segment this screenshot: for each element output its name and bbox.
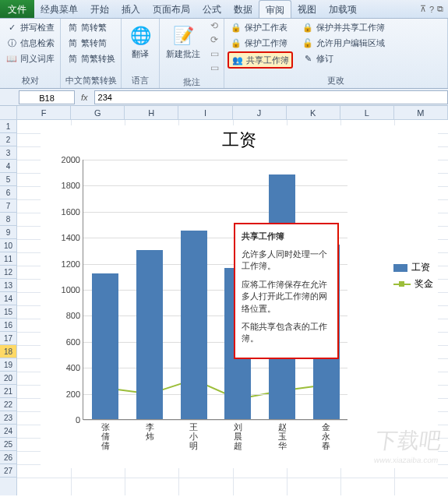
trad-to-simp-icon: 简: [66, 37, 79, 49]
ribbon: ✓拼写检查ⓘ信息检索📖同义词库 校对 简简转繁简繁转简简简繁转换 中文简繁转换 …: [0, 19, 448, 89]
col-header[interactable]: K: [287, 106, 340, 119]
grid[interactable]: FGHIJKLM 工资 0200400600800100012001400160…: [17, 106, 448, 495]
row-header[interactable]: 18: [0, 345, 16, 358]
bar[interactable]: [181, 231, 207, 419]
row-header[interactable]: 2: [0, 133, 16, 146]
spellcheck-button[interactable]: ✓拼写检查: [3, 20, 57, 34]
col-header[interactable]: L: [340, 106, 394, 119]
button-label: 保护工作表: [245, 22, 287, 33]
track-changes-button[interactable]: ✎修订: [299, 51, 387, 65]
row-header[interactable]: 15: [0, 305, 16, 319]
tab-数据[interactable]: 数据: [228, 0, 259, 18]
name-box[interactable]: B18: [19, 90, 75, 104]
protect-workbook-button[interactable]: 🔒保护工作簿: [228, 36, 293, 50]
row-header[interactable]: 20: [0, 372, 16, 385]
tab-视图[interactable]: 视图: [291, 0, 323, 18]
research-button[interactable]: ⓘ信息检索: [3, 36, 57, 50]
qat-minimize-icon[interactable]: ⊼: [420, 4, 426, 14]
row-header[interactable]: 23: [0, 411, 16, 425]
thesaurus-button[interactable]: 📖同义词库: [3, 51, 57, 65]
row-header[interactable]: 25: [0, 438, 16, 451]
bar[interactable]: [136, 250, 163, 419]
legend-item-line[interactable]: 奖金: [393, 277, 433, 291]
tooltip-text: 允许多人同时处理一个工作簿。: [242, 248, 331, 273]
chart-title[interactable]: 工资: [41, 125, 438, 157]
row-header[interactable]: 1: [0, 120, 16, 133]
comment-nav-icon[interactable]: ▭: [208, 62, 220, 75]
group-language: 🌐 翻译 语言: [122, 19, 160, 88]
formula-input[interactable]: [94, 90, 448, 104]
row-header[interactable]: 26: [0, 451, 16, 464]
row-header[interactable]: 19: [0, 358, 16, 372]
y-tick: 200: [66, 389, 83, 399]
row-header[interactable]: 3: [0, 146, 16, 160]
row-header[interactable]: 24: [0, 425, 16, 438]
protect-share-button[interactable]: 🔒保护并共享工作簿: [299, 20, 387, 34]
share-workbook-button[interactable]: 👥共享工作簿: [228, 51, 293, 69]
group-comments: 📝 新建批注 ⟲⟳▭▭ 批注: [160, 19, 224, 88]
allow-edit-ranges-button[interactable]: 🔓允许用户编辑区域: [299, 36, 387, 50]
share-workbook-tooltip: 共享工作簿 允许多人同时处理一个工作簿。 应将工作簿保存在允许多人打开此工作簿的…: [234, 223, 339, 359]
tab-公式[interactable]: 公式: [196, 0, 228, 18]
tab-加载项[interactable]: 加载项: [323, 0, 363, 18]
col-header[interactable]: G: [71, 106, 125, 119]
trad-to-simp-button[interactable]: 简繁转简: [64, 36, 118, 50]
col-header[interactable]: J: [233, 106, 287, 119]
fx-label[interactable]: fx: [81, 93, 88, 102]
tab-页面布局[interactable]: 页面布局: [146, 0, 196, 18]
row-header[interactable]: 22: [0, 398, 16, 411]
qat: ⊼ ? ⧉: [420, 0, 448, 18]
qat-help-icon[interactable]: ?: [429, 5, 434, 14]
legend[interactable]: 工资 奖金: [393, 258, 433, 294]
col-header[interactable]: I: [178, 106, 232, 119]
tab-经典菜单[interactable]: 经典菜单: [34, 0, 84, 18]
row-header[interactable]: 13: [0, 279, 16, 292]
tab-审阅[interactable]: 审阅: [259, 0, 291, 18]
row-header[interactable]: 5: [0, 173, 16, 186]
tab-插入[interactable]: 插入: [115, 0, 146, 18]
col-header[interactable]: H: [125, 106, 178, 119]
row-header[interactable]: 7: [0, 199, 16, 213]
simp-to-trad-button[interactable]: 简简转繁: [64, 20, 118, 34]
col-header[interactable]: M: [394, 106, 448, 119]
row-header[interactable]: 16: [0, 319, 16, 332]
button-label: 繁转简: [81, 37, 107, 49]
row-header[interactable]: 12: [0, 266, 16, 279]
y-tick: 1000: [62, 285, 83, 294]
legend-label: 奖金: [414, 277, 433, 291]
button-label: 简繁转换: [81, 53, 115, 65]
sc-tc-convert-icon: 简: [66, 52, 79, 65]
row-header[interactable]: 10: [0, 239, 16, 252]
row-header[interactable]: 17: [0, 332, 16, 345]
translate-button[interactable]: 🌐 翻译: [125, 20, 156, 63]
tab-file[interactable]: 文件: [0, 0, 34, 18]
col-header[interactable]: F: [17, 106, 71, 119]
sc-tc-convert-button[interactable]: 简简繁转换: [64, 51, 118, 65]
protect-sheet-button[interactable]: 🔒保护工作表: [228, 20, 293, 34]
row-header[interactable]: 6: [0, 186, 16, 199]
tab-开始[interactable]: 开始: [84, 0, 115, 18]
share-workbook-icon: 👥: [231, 54, 244, 66]
worksheet[interactable]: 1234567891011121314151617181920212223242…: [0, 106, 448, 495]
button-label: 拼写检查: [20, 22, 55, 33]
row-headers: 1234567891011121314151617181920212223242…: [0, 106, 17, 495]
row-header[interactable]: 8: [0, 213, 16, 226]
row-header[interactable]: 11: [0, 252, 16, 266]
legend-item-bar[interactable]: 工资: [393, 261, 433, 274]
row-header[interactable]: 4: [0, 160, 16, 173]
comment-nav-icon[interactable]: ▭: [208, 48, 220, 61]
comment-icon: 📝: [171, 23, 196, 48]
bar[interactable]: [92, 273, 118, 419]
button-label: 保护工作簿: [245, 37, 287, 49]
research-icon: ⓘ: [5, 37, 18, 49]
comment-nav-icon[interactable]: ⟲: [208, 20, 220, 33]
row-header[interactable]: 21: [0, 385, 16, 398]
row-header[interactable]: 27: [0, 464, 16, 478]
button-label: 信息检索: [20, 37, 55, 49]
comment-nav-icon[interactable]: ⟳: [208, 34, 220, 47]
row-header[interactable]: 14: [0, 292, 16, 305]
row-header[interactable]: 9: [0, 226, 16, 239]
button-label: 简转繁: [81, 22, 107, 33]
qat-window-icon[interactable]: ⧉: [437, 4, 443, 14]
new-comment-button[interactable]: 📝 新建批注: [163, 20, 203, 75]
